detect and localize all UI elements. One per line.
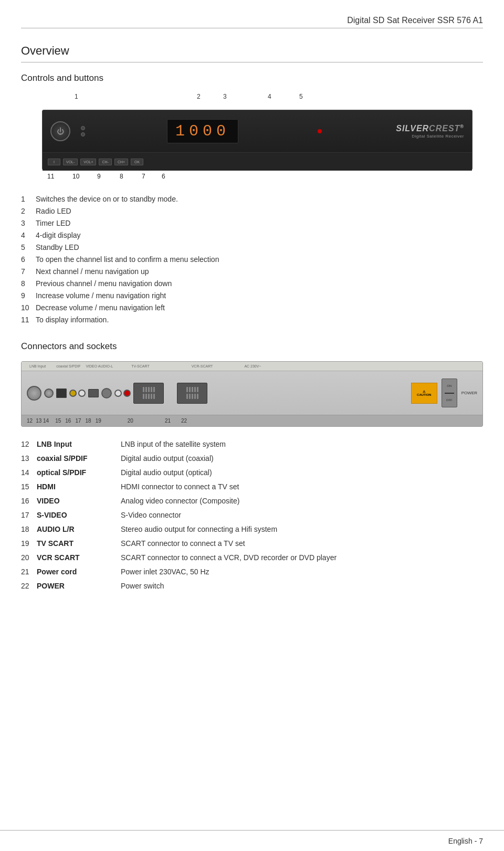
label-num-6: 6 [162,173,165,180]
back-top-labels: LNB Input coaxial S/PDIF VIDEO AUDIO-L T… [22,362,482,371]
btn-vol-minus-visual: VOL- [63,159,78,165]
back-panel-image: LNB Input coaxial S/PDIF VIDEO AUDIO-L T… [21,361,483,427]
back-panel-diagram: LNB Input coaxial S/PDIF VIDEO AUDIO-L T… [21,361,483,427]
back-connector-row: ⚠ CAUTION ON OFF POWER [22,371,482,415]
brand-area: SILVERCREST® Digital Satellite Receiver [396,124,464,138]
footer-text: English - 7 [448,837,483,845]
btn-i-visual: I [48,159,60,165]
front-bottom-strip: I VOL- VOL+ CH- CH+ OK [43,152,472,171]
list-item: 10 Decrease volume / menu navigation lef… [21,302,483,313]
lnb-connector-visual [27,386,41,401]
caution-label-visual: ⚠ CAUTION [411,383,437,404]
list-item: 7 Next channel / menu navigation up [21,266,483,277]
brand-subtitle: Digital Satellite Receiver [396,134,464,139]
front-panel-image: ⏻ 1000 SILVERCREST® Digital Satellite Re… [42,110,472,170]
table-row: 19 TV SCART SCART connector to connect a… [21,537,483,551]
label-num-5: 5 [299,93,303,100]
btn-ok-visual: OK [131,159,143,165]
list-item: 6 To open the channel list and to confir… [21,254,483,265]
controls-list: 1 Switches the device on or to standby m… [21,194,483,325]
label-num-3: 3 [223,93,227,100]
table-row: 14 optical S/PDIF Digital audio output (… [21,466,483,480]
label-num-10: 10 [72,173,79,180]
label-num-1: 1 [75,93,78,100]
table-row: 21 Power cord Power inlet 230VAC, 50 Hz [21,565,483,579]
label-num-7: 7 [142,173,145,180]
list-item: 4 4-digit display [21,230,483,241]
list-item: 11 To display information. [21,314,483,325]
table-row: 18 AUDIO L/R Stereo audio output for con… [21,522,483,537]
connectors-subtitle: Connectors and sockets [21,341,483,352]
table-row: 15 HDMI HDMI connector to connect a TV s… [21,480,483,494]
power-section-visual: ⚠ CAUTION ON OFF POWER [411,379,477,407]
table-row: 22 POWER Power switch [21,579,483,593]
table-row: 13 coaxial S/PDIF Digital audio output (… [21,451,483,466]
btn-ch-plus-visual: CH+ [114,159,128,165]
table-row: 12 LNB Input LNB input of the satellite … [21,437,483,451]
table-row: 20 VCR SCART SCART connector to connect … [21,551,483,565]
hdmi-connector-visual [88,389,99,397]
section-divider-overview [21,62,483,62]
list-item: 1 Switches the device on or to standby m… [21,194,483,205]
list-item: 8 Previous channel / menu navigation dow… [21,278,483,289]
controls-subtitle: Controls and buttons [21,73,483,83]
top-number-row: 1 2 3 4 5 [42,93,494,108]
front-top-strip: ⏻ 1000 SILVERCREST® Digital Satellite Re… [43,110,472,152]
label-num-8: 8 [120,173,123,180]
power-switch-visual: ON OFF [442,379,457,407]
front-panel-diagram: 1 2 3 4 5 ⏻ 1000 [21,93,483,183]
page-header: Digital SD Sat Receiver SSR 576 A1 [21,10,483,28]
back-bottom-number-strip: 12 13 14 15 16 17 18 19 20 21 22 [22,415,482,426]
table-row: 17 S-VIDEO S-Video connector [21,508,483,522]
list-item: 3 Timer LED [21,218,483,229]
audio-lr-visual [114,390,131,397]
overview-title: Overview [21,44,483,58]
brand-name: SILVERCREST® [396,124,464,133]
timer-led-visual [81,132,85,136]
vcr-scart-visual [177,383,207,404]
btn-ch-minus-visual: CH- [99,159,111,165]
btn-vol-plus-visual: VOL+ [80,159,96,165]
connectors-table: 12 LNB Input LNB input of the satellite … [21,437,483,593]
document-title: Digital SD Sat Receiver SSR 576 A1 [347,16,483,25]
tv-scart-visual [133,383,164,404]
list-item: 9 Increase volume / menu navigation righ… [21,290,483,301]
label-num-11: 11 [47,173,54,180]
table-row: 16 VIDEO Analog video connector (Composi… [21,494,483,508]
radio-led-visual [81,126,85,130]
list-item: 5 Standby LED [21,242,483,253]
coaxial-connector-visual [44,388,54,398]
power-button-visual: ⏻ [50,121,70,141]
standby-led-visual [318,129,322,133]
power-label-visual: POWER [461,391,477,395]
label-num-9: 9 [97,173,101,180]
digit-display-visual: 1000 [167,119,238,143]
list-item: 2 Radio LED [21,206,483,217]
rca-video-visual [69,390,86,397]
label-num-4: 4 [268,93,271,100]
page-footer: English - 7 [0,830,504,851]
optical-connector-visual [56,388,67,398]
bottom-number-row: 11 10 9 8 7 6 [42,173,472,183]
svideo-connector-visual [101,388,112,398]
label-num-2: 2 [197,93,201,100]
led-area [81,126,85,136]
